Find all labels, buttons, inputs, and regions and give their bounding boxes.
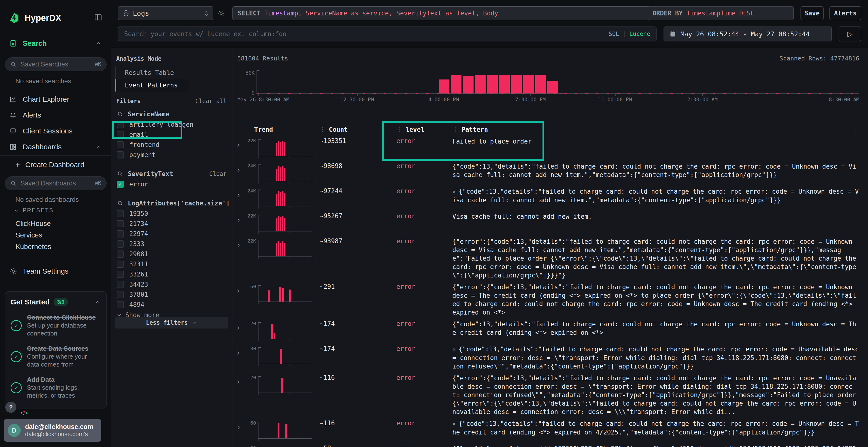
- col-trend[interactable]: Trend: [244, 126, 316, 133]
- get-started-header[interactable]: Get Started 3/3: [10, 298, 101, 306]
- histogram-bar[interactable]: [511, 75, 522, 94]
- checkbox-unchecked[interactable]: [117, 281, 124, 288]
- checkbox-unchecked[interactable]: [117, 220, 124, 227]
- order-by-input[interactable]: ORDER BY TimestampTime DESC: [648, 6, 794, 20]
- pattern-row[interactable]: 120~174error{"code":13,"details":"failed…: [232, 318, 859, 343]
- col-count[interactable]: ⋮Count: [316, 126, 393, 133]
- histogram-bar[interactable]: [439, 79, 450, 94]
- expand-row-chevron-icon[interactable]: [232, 136, 244, 159]
- presets-toggle[interactable]: PRESETS: [13, 207, 54, 214]
- filter-option[interactable]: 37801: [116, 289, 228, 300]
- checkbox-unchecked[interactable]: [117, 261, 124, 268]
- alerts-button[interactable]: Alerts: [830, 6, 861, 20]
- filter-option[interactable]: 29081: [116, 249, 228, 259]
- checkbox-unchecked[interactable]: [117, 210, 124, 217]
- collapse-sidebar-icon[interactable]: [94, 13, 103, 22]
- chevron-up-icon[interactable]: [95, 144, 102, 150]
- clear-all-filters-link[interactable]: Clear all: [195, 98, 227, 105]
- pattern-text[interactable]: {"error":{"code":13,"details":"failed to…: [448, 281, 859, 317]
- checkbox-unchecked[interactable]: [117, 141, 124, 148]
- filter-option[interactable]: frontend: [116, 140, 228, 150]
- pattern-text[interactable]: {"level":"error","span_id":"53060b827c62…: [448, 443, 859, 447]
- pattern-row[interactable]: 60~291error{"error":{"code":13,"details"…: [232, 281, 859, 318]
- user-card[interactable]: D dale@clickhouse.com dale@clickhouse.co…: [4, 419, 101, 442]
- pattern-row[interactable]: 24K~98698error{"code":13,"details":"fail…: [232, 160, 859, 185]
- checkbox-unchecked[interactable]: [117, 230, 124, 238]
- expand-row-chevron-icon[interactable]: [232, 344, 244, 371]
- chevron-up-icon[interactable]: [94, 299, 101, 305]
- get-started-item[interactable]: ✓ Add Data Start sending logs, metrics, …: [10, 376, 101, 400]
- date-range-picker[interactable]: May 26 08:52:44 - May 27 08:52:44: [663, 27, 832, 41]
- checkbox-unchecked[interactable]: [117, 301, 124, 308]
- expand-row-chevron-icon[interactable]: [232, 236, 244, 280]
- expand-row-chevron-icon[interactable]: [232, 281, 244, 317]
- col-pattern[interactable]: ⋮Pattern: [448, 126, 859, 133]
- filter-option[interactable]: 34423: [116, 279, 228, 289]
- filter-option[interactable]: email: [116, 130, 228, 140]
- pattern-row[interactable]: 180~174error×{"code":13,"details":"faile…: [232, 343, 859, 372]
- histogram-bar[interactable]: [487, 75, 498, 94]
- sidebar-item-team-settings[interactable]: Team Settings: [0, 265, 112, 278]
- histogram-bar[interactable]: [535, 75, 546, 94]
- pattern-text[interactable]: {"code":13,"details":"failed to charge c…: [448, 319, 859, 342]
- create-dashboard-button[interactable]: + Create Dashboard: [0, 159, 112, 171]
- drag-handle-icon[interactable]: ⋮: [452, 126, 458, 133]
- language-lucene-option[interactable]: Lucene: [629, 31, 650, 37]
- pattern-text[interactable]: ×{"code":13,"details":"failed to charge …: [448, 344, 859, 371]
- pattern-row[interactable]: 120~116error{"error":{"code":13,"details…: [232, 372, 859, 417]
- filter-option[interactable]: 19350: [116, 209, 228, 219]
- sidebar-item-alerts[interactable]: Alerts: [0, 108, 112, 122]
- pattern-text[interactable]: Failed to place order: [448, 136, 859, 159]
- expand-row-chevron-icon[interactable]: [232, 373, 244, 416]
- dismiss-pattern-icon[interactable]: ×: [452, 346, 456, 353]
- pattern-text[interactable]: {"code":13,"details":"failed to charge c…: [448, 161, 859, 184]
- clear-filter-link[interactable]: Clear: [209, 171, 227, 177]
- sidebar-item-chart-explorer[interactable]: Chart Explorer: [0, 93, 112, 106]
- checkbox-unchecked[interactable]: [117, 151, 124, 159]
- expand-row-chevron-icon[interactable]: [232, 319, 244, 342]
- checkbox-unchecked[interactable]: [117, 240, 124, 248]
- histogram-bar[interactable]: [475, 75, 486, 94]
- drag-handle-icon[interactable]: ⋮: [853, 126, 859, 133]
- filter-option[interactable]: 33261: [116, 269, 228, 279]
- checkbox-checked[interactable]: ✓: [117, 181, 124, 188]
- dismiss-pattern-icon[interactable]: ×: [452, 188, 456, 195]
- filter-option[interactable]: payment: [116, 150, 228, 160]
- results-histogram[interactable]: 80K 0 May 26 8:30:00 AM12:30:00 PM4:00:0…: [232, 67, 859, 109]
- expand-row-chevron-icon[interactable]: [232, 211, 244, 234]
- pattern-row[interactable]: 60~58error{"level":"error","span_id":"53…: [232, 442, 859, 447]
- pattern-row[interactable]: 22K~103351errorFailed to place order: [232, 135, 859, 160]
- pattern-text[interactable]: Visa cache full: cannot add new item.: [448, 211, 859, 234]
- pattern-row[interactable]: 22K~93987error{"error":{"code":13,"detai…: [232, 235, 859, 281]
- search-icon[interactable]: [117, 200, 123, 206]
- event-search-input[interactable]: [124, 30, 609, 38]
- histogram-bar[interactable]: [547, 81, 558, 94]
- filter-option[interactable]: 32311: [116, 259, 228, 269]
- mode-event-patterns[interactable]: Event Patterns: [116, 79, 189, 92]
- less-filters-button[interactable]: Less filters: [115, 317, 228, 329]
- pattern-text[interactable]: ×{"code":13,"details":"failed to charge …: [448, 418, 859, 441]
- help-button[interactable]: ?: [5, 402, 17, 413]
- drag-handle-icon[interactable]: ⋮: [396, 126, 402, 133]
- pattern-row[interactable]: 22K~95267errorVisa cache full: cannot ad…: [232, 210, 859, 235]
- histogram-bar[interactable]: [559, 93, 563, 94]
- chevron-up-icon[interactable]: [95, 40, 102, 46]
- get-started-item[interactable]: ✓ Create Data Sources Configure where yo…: [10, 345, 101, 369]
- checkbox-unchecked[interactable]: [117, 250, 124, 258]
- mode-results-table[interactable]: Results Table: [116, 66, 189, 79]
- expand-row-chevron-icon[interactable]: [232, 161, 244, 184]
- histogram-bar[interactable]: [463, 76, 473, 94]
- dismiss-pattern-icon[interactable]: ×: [452, 420, 456, 427]
- filter-option[interactable]: 4894: [116, 300, 228, 310]
- run-query-button[interactable]: ▷: [839, 27, 861, 41]
- get-started-item[interactable]: ✓ Connect to ClickHouse Set up your data…: [10, 314, 101, 337]
- filter-option[interactable]: 2333: [116, 239, 228, 249]
- pattern-text[interactable]: {"error":{"code":13,"details":"failed to…: [448, 373, 859, 416]
- filter-option[interactable]: artillery-loadgen: [116, 119, 228, 130]
- filter-option[interactable]: 22974: [116, 229, 228, 239]
- pattern-text[interactable]: ×{"code":13,"details":"failed to charge …: [448, 186, 859, 209]
- histogram-bar[interactable]: [499, 75, 510, 94]
- save-button[interactable]: Save: [801, 6, 824, 20]
- pattern-text[interactable]: {"error":{"code":13,"details":"failed to…: [448, 236, 859, 280]
- saved-searches-input[interactable]: Saved Searches ⌘K: [5, 57, 106, 71]
